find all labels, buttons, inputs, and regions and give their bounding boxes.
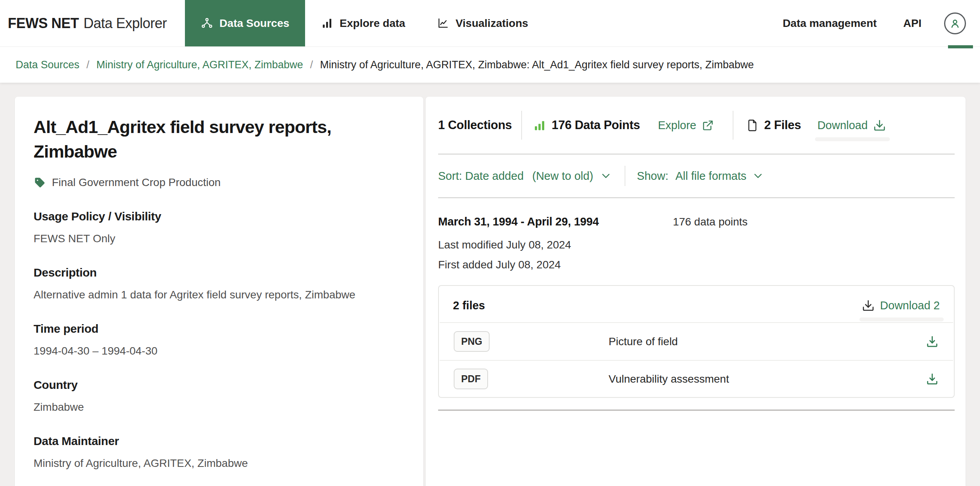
file-name: Picture of field [609, 335, 925, 348]
download-hover-underline [859, 317, 944, 321]
field-label-description: Description [34, 266, 396, 279]
tag-label: Final Government Crop Production [52, 176, 221, 189]
show-label: Show: [637, 170, 669, 183]
app-logo[interactable]: FEWS NET Data Explorer [8, 0, 167, 46]
download-all-wrap: Download [817, 119, 886, 132]
show-value: All file formats [675, 170, 746, 183]
dataset-tag: Final Government Crop Production [34, 176, 396, 189]
sort-dropdown[interactable]: Sort: Date added (New to old) [438, 170, 611, 183]
collection-date-range: March 31, 1994 - April 29, 1994 [438, 215, 599, 228]
nav-spacer [544, 0, 769, 46]
filter-row: Sort: Date added (New to old) Show: All … [438, 154, 955, 198]
dataset-info-panel: Alt_Ad1_Agritex field survey reports, Zi… [15, 97, 423, 486]
file-download-button[interactable] [925, 335, 939, 348]
breadcrumb: Data Sources / Ministry of Agriculture, … [0, 47, 980, 83]
divider [625, 166, 625, 186]
files-count-label: 2 files [453, 299, 485, 312]
download-all-button[interactable]: Download 2 [862, 299, 940, 312]
divider [521, 111, 522, 140]
files-card-header: 2 files Download 2 [439, 286, 954, 322]
page-title: Alt_Ad1_Agritex field survey reports, Zi… [34, 115, 396, 164]
file-row: PDF Vulnerability assessment [440, 360, 953, 397]
file-name: Vulnerability assessment [609, 373, 925, 385]
data-points-stat: 176 Data Points [533, 118, 640, 132]
tab-data-sources[interactable]: Data Sources [185, 0, 305, 46]
file-download-button[interactable] [925, 372, 939, 386]
field-value-country: Zimbabwe [34, 401, 396, 413]
active-user-indicator [948, 45, 973, 48]
collection-section-divider [438, 410, 955, 411]
file-row: PNG Picture of field [440, 323, 953, 360]
sort-label: Sort: Date added [438, 170, 524, 183]
file-icon [746, 119, 759, 132]
tab-label: Visualizations [456, 17, 528, 30]
breadcrumb-separator: / [310, 59, 313, 71]
files-count: 2 Files [764, 118, 801, 132]
nav-data-management[interactable]: Data management [769, 0, 890, 46]
download-link[interactable]: Download [817, 119, 886, 132]
tab-label: Data Sources [220, 17, 289, 30]
file-format-cell: PDF [454, 369, 609, 389]
nav-api[interactable]: API [890, 0, 935, 46]
file-format-cell: PNG [454, 331, 609, 352]
collection-header: March 31, 1994 - April 29, 1994 176 data… [438, 215, 955, 228]
chevron-down-icon [600, 170, 611, 181]
field-value-time-period: 1994-04-30 – 1994-04-30 [34, 345, 396, 357]
collections-count: 1 Collections [438, 118, 512, 132]
tab-explore-data[interactable]: Explore data [305, 0, 421, 46]
external-link-icon [702, 119, 714, 131]
tab-label: Explore data [340, 17, 405, 30]
data-points-count: 176 Data Points [552, 118, 640, 132]
field-label-usage-policy: Usage Policy / Visibility [34, 210, 396, 223]
breadcrumb-current: Ministry of Agriculture, AGRITEX, Zimbab… [320, 59, 754, 71]
files-card: 2 files Download 2 [438, 285, 955, 398]
nav-link-label: Data management [783, 17, 877, 30]
nav-link-label: API [903, 17, 921, 30]
collections-panel: 1 Collections 176 Data Points Explore [426, 97, 966, 486]
explore-link[interactable]: Explore [658, 119, 714, 132]
field-value-description: Alternative admin 1 data for Agritex fie… [34, 289, 396, 301]
field-value-usage-policy: FEWS NET Only [34, 232, 396, 245]
breadcrumb-source[interactable]: Ministry of Agriculture, AGRITEX, Zimbab… [96, 59, 303, 71]
user-avatar[interactable] [944, 12, 966, 34]
chevron-down-icon [753, 170, 763, 181]
last-modified: Last modified July 08, 2024 [438, 239, 955, 251]
collections-summary-row: 1 Collections 176 Data Points Explore [438, 97, 955, 154]
collection-data-points: 176 data points [673, 216, 748, 228]
field-label-time-period: Time period [34, 322, 396, 335]
person-icon [948, 17, 962, 30]
sort-order: (New to old) [532, 170, 593, 183]
line-chart-icon [437, 17, 449, 30]
breadcrumb-separator: / [87, 59, 90, 71]
bar-chart-icon [321, 17, 334, 30]
divider [733, 111, 733, 140]
download-icon [862, 299, 875, 312]
field-label-country: Country [34, 378, 396, 392]
files-list: PNG Picture of field PDF [440, 322, 953, 397]
download-all-label: Download 2 [880, 299, 940, 312]
breadcrumb-data-sources[interactable]: Data Sources [16, 59, 80, 71]
file-format-badge: PNG [454, 331, 490, 352]
tag-icon [34, 176, 46, 189]
logo-rest: Data Explorer [83, 15, 167, 32]
download-icon [873, 119, 886, 132]
files-stat: 2 Files [746, 118, 801, 132]
download-hover-underline [815, 137, 890, 141]
data-sources-icon [201, 17, 213, 30]
logo-bold: FEWS NET [8, 15, 79, 32]
main-content: Alt_Ad1_Agritex field survey reports, Zi… [0, 83, 980, 486]
tab-visualizations[interactable]: Visualizations [421, 0, 544, 46]
file-format-badge: PDF [454, 369, 488, 389]
first-added: First added July 08, 2024 [438, 259, 955, 271]
field-value-data-maintainer: Ministry of Agriculture, AGRITEX, Zimbab… [34, 457, 396, 470]
explore-link-label: Explore [658, 119, 696, 132]
show-dropdown[interactable]: Show: All file formats [637, 170, 764, 183]
download-all-files-wrap: Download 2 [862, 299, 940, 312]
top-nav: FEWS NET Data Explorer Data Sources Expl… [0, 0, 980, 47]
field-label-data-maintainer: Data Maintainer [34, 435, 396, 448]
mini-bars-icon [533, 119, 546, 132]
download-link-label: Download [817, 119, 868, 132]
